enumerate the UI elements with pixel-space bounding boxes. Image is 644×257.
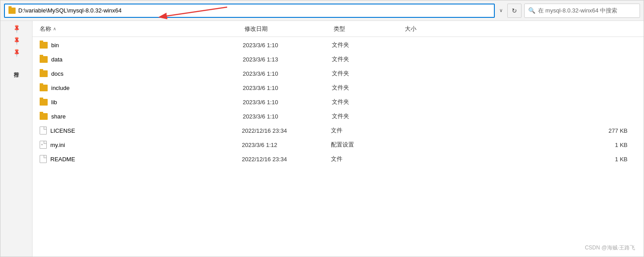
file-type: 文件夹 xyxy=(332,84,403,92)
file-date: 2023/3/6 1:13 xyxy=(243,56,332,63)
doc-file-icon xyxy=(40,126,47,135)
file-type: 文件 xyxy=(331,126,402,135)
file-type: 文件夹 xyxy=(332,69,403,78)
file-date: 2023/3/6 1:10 xyxy=(243,42,332,49)
folder-icon xyxy=(40,56,48,63)
table-row[interactable]: my.ini 2023/3/6 1:12 配置设置 1 KB xyxy=(33,138,644,152)
folder-icon xyxy=(40,85,48,91)
pin-icon-2: 📌 xyxy=(12,36,21,46)
file-type: 文件 xyxy=(331,155,402,163)
folder-icon xyxy=(40,113,48,120)
file-list: bin 2023/3/6 1:10 文件夹 data 2023/3/6 1:13… xyxy=(33,37,644,257)
file-size: 1 KB xyxy=(402,156,636,163)
folder-icon xyxy=(40,42,48,49)
file-name: README xyxy=(50,156,242,163)
col-name-header[interactable]: 名称 ∧ xyxy=(40,25,245,33)
pin-button-2[interactable]: 📌 xyxy=(0,35,32,47)
col-size-header[interactable]: 大小 xyxy=(405,25,636,33)
file-date: 2022/12/16 23:34 xyxy=(242,156,331,163)
pin-icon-1: 📌 xyxy=(12,24,21,34)
table-row[interactable]: README 2022/12/16 23:34 文件 1 KB xyxy=(33,152,644,166)
search-placeholder: 在 mysql-8.0.32-winx64 中搜索 xyxy=(538,7,617,15)
folder-icon xyxy=(8,8,16,14)
file-name: share xyxy=(51,113,243,120)
file-date: 2022/12/16 23:34 xyxy=(242,127,331,134)
sidebar-text: 推荐行 ） xyxy=(0,59,32,78)
pin-icon-3: 📌 xyxy=(12,48,21,58)
address-path-box[interactable]: D:\variable\MySQL\mysql-8.0.32-winx64 xyxy=(4,4,495,18)
file-size: 1 KB xyxy=(402,142,636,148)
file-name: bin xyxy=(51,42,243,49)
file-area: 名称 ∧ 修改日期 类型 大小 bin 2023/3/6 1:10 文件夹 da… xyxy=(33,21,644,257)
table-row[interactable]: lib 2023/3/6 1:10 文件夹 xyxy=(33,95,644,109)
file-type: 文件夹 xyxy=(332,55,403,63)
file-date: 2023/3/6 1:10 xyxy=(243,85,332,91)
file-date: 2023/3/6 1:10 xyxy=(243,70,332,77)
watermark: CSDN @海贼·王路飞 xyxy=(585,244,635,252)
file-name: docs xyxy=(51,70,243,77)
file-date: 2023/3/6 1:10 xyxy=(243,113,332,120)
table-row[interactable]: bin 2023/3/6 1:10 文件夹 xyxy=(33,38,644,52)
file-date: 2023/3/6 1:10 xyxy=(243,99,332,106)
file-name: LICENSE xyxy=(50,127,242,134)
search-box[interactable]: 🔍 在 mysql-8.0.32-winx64 中搜索 xyxy=(524,4,640,18)
file-type: 文件夹 xyxy=(332,112,403,120)
address-chevron-icon[interactable]: ∨ xyxy=(497,8,505,13)
address-text: D:\variable\MySQL\mysql-8.0.32-winx64 xyxy=(18,7,490,14)
file-size: 277 KB xyxy=(402,127,636,134)
col-type-header[interactable]: 类型 xyxy=(334,25,405,33)
file-type: 文件夹 xyxy=(332,98,403,106)
table-row[interactable]: share 2023/3/6 1:10 文件夹 xyxy=(33,109,644,123)
file-name: data xyxy=(51,56,243,63)
file-type: 文件夹 xyxy=(332,41,403,49)
file-name: include xyxy=(51,85,243,91)
folder-icon xyxy=(40,99,48,106)
config-file-icon xyxy=(40,141,47,149)
sort-arrow-icon: ∧ xyxy=(53,26,56,31)
file-name: lib xyxy=(51,99,243,106)
refresh-button[interactable]: ↻ xyxy=(507,4,522,18)
table-row[interactable]: LICENSE 2022/12/16 23:34 文件 277 KB xyxy=(33,123,644,138)
sidebar: 📌 📌 📌 推荐行 ） xyxy=(0,21,33,257)
file-date: 2023/3/6 1:12 xyxy=(242,142,331,148)
table-row[interactable]: include 2023/3/6 1:10 文件夹 xyxy=(33,81,644,95)
search-icon: 🔍 xyxy=(528,7,535,14)
pin-button-3[interactable]: 📌 xyxy=(0,47,32,59)
doc-file-icon xyxy=(40,155,47,163)
column-headers: 名称 ∧ 修改日期 类型 大小 xyxy=(33,21,644,37)
file-type: 配置设置 xyxy=(331,141,402,149)
pin-button-1[interactable]: 📌 xyxy=(0,23,32,35)
folder-icon xyxy=(40,70,48,77)
col-date-header[interactable]: 修改日期 xyxy=(245,25,334,33)
table-row[interactable]: docs 2023/3/6 1:10 文件夹 xyxy=(33,66,644,81)
file-name: my.ini xyxy=(50,142,242,148)
file-explorer-window: D:\variable\MySQL\mysql-8.0.32-winx64 ∨ … xyxy=(0,0,644,257)
main-area: 📌 📌 📌 推荐行 ） 名称 ∧ 修改日期 类型 xyxy=(0,21,644,257)
table-row[interactable]: data 2023/3/6 1:13 文件夹 xyxy=(33,52,644,66)
address-bar: D:\variable\MySQL\mysql-8.0.32-winx64 ∨ … xyxy=(0,0,644,21)
